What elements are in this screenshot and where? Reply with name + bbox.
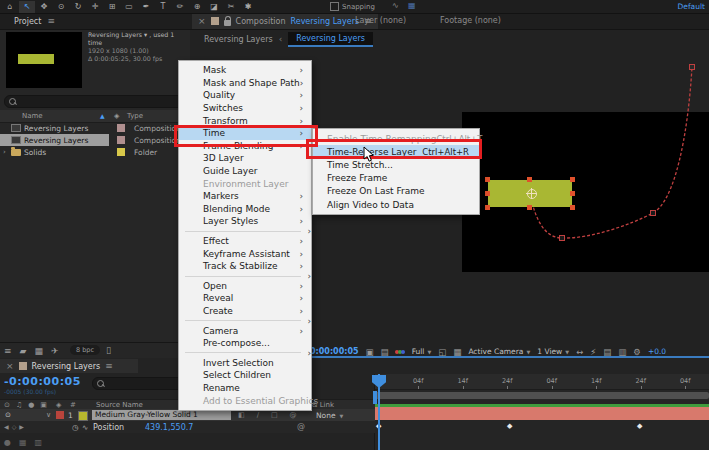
- selection-handle[interactable]: [570, 205, 575, 210]
- submenu-item[interactable]: Freeze Frame: [313, 172, 479, 185]
- home-tool-icon[interactable]: ⌂: [2, 1, 18, 13]
- menu-item[interactable]: Rename ›: [179, 382, 311, 395]
- selection-handle[interactable]: [527, 177, 532, 182]
- menu-item[interactable]: Track & Stabilize ›: [179, 260, 311, 273]
- menu-item[interactable]: Invert Selection ›: [179, 356, 311, 369]
- menu-item[interactable]: ›: [179, 228, 311, 235]
- menu-item[interactable]: Camera ›: [179, 324, 311, 337]
- submenu-item[interactable]: Enable Time Remapping Ctrl+Alt+T: [313, 132, 479, 145]
- expand-layer-switches-icon[interactable]: ●: [4, 438, 11, 447]
- layer-pickwhip-icon[interactable]: @: [290, 411, 297, 419]
- next-keyframe-icon[interactable]: ▶: [19, 423, 24, 430]
- view-layout-dropdown[interactable]: 1 View ▼: [537, 347, 569, 356]
- path-keyframe[interactable]: [651, 211, 656, 216]
- tab-composition[interactable]: × Composition Reversing Layers ≡: [192, 13, 378, 29]
- tab-project[interactable]: Project ≡: [14, 16, 55, 26]
- menu-item[interactable]: Add to Essential Graphics ›: [179, 394, 311, 407]
- snapping-checkbox[interactable]: [330, 2, 339, 11]
- hand-tool-icon[interactable]: ✥: [36, 1, 52, 13]
- label-color-swatch[interactable]: [117, 148, 125, 156]
- selection-handle[interactable]: [485, 205, 490, 210]
- show-snapshot-icon[interactable]: ▤: [381, 347, 389, 357]
- quality-switch-icon[interactable]: ◧: [238, 411, 245, 419]
- property-row[interactable]: ◀ ◇ ▶ ◷ ∿ Position 439.1,550.7 @: [0, 421, 375, 433]
- menu-item[interactable]: Mask ›: [179, 64, 311, 77]
- menu-item[interactable]: ›: [179, 317, 311, 324]
- label-color-swatch[interactable]: [117, 124, 125, 132]
- menu-item[interactable]: Keyframe Assistant ›: [179, 247, 311, 260]
- selection-handle[interactable]: [570, 177, 575, 182]
- submenu-item[interactable]: Freeze On Last Frame: [313, 185, 479, 198]
- solid-layer[interactable]: [488, 180, 572, 207]
- menu-item[interactable]: Quality ›: [179, 89, 311, 102]
- render-queue-icon[interactable]: ✈: [51, 346, 59, 356]
- close-icon[interactable]: ×: [198, 16, 206, 26]
- work-area-bar[interactable]: [375, 392, 709, 399]
- submenu-item[interactable]: Align Video to Data: [313, 198, 479, 211]
- layer-duration-bar[interactable]: [375, 404, 709, 420]
- add-keyframe-icon[interactable]: ◇: [12, 423, 17, 430]
- menu-item[interactable]: Switches ›: [179, 102, 311, 115]
- keyframe-diamond[interactable]: ◆: [507, 422, 512, 430]
- project-row[interactable]: › Reversing Layers Composition: [0, 134, 190, 146]
- sort-ascending-icon[interactable]: ▲: [100, 112, 105, 119]
- submenu-item[interactable]: Time-Reverse Layer Ctrl+Alt+R: [313, 145, 479, 158]
- menu-item[interactable]: Guide Layer ›: [179, 165, 311, 178]
- path-keyframe[interactable]: [690, 65, 695, 70]
- project-row[interactable]: › Solids Folder: [0, 146, 190, 158]
- breadcrumb-current[interactable]: Reversing Layers: [288, 32, 373, 47]
- lock-icon[interactable]: [224, 20, 231, 26]
- selection-handle[interactable]: [485, 191, 490, 196]
- menu-item[interactable]: Transform ›: [179, 114, 311, 127]
- clone-stamp-tool-icon[interactable]: ⊕: [189, 1, 205, 13]
- expander-icon[interactable]: ›: [3, 148, 8, 156]
- menu-item[interactable]: ›: [179, 349, 311, 356]
- breadcrumb-parent[interactable]: Reversing Layers: [204, 35, 273, 44]
- exposure-value[interactable]: +0.0: [648, 347, 666, 356]
- prev-keyframe-icon[interactable]: ◀: [4, 423, 9, 430]
- timeline-tab[interactable]: × Reversing Layers ≡: [0, 359, 138, 373]
- brush-tool-icon[interactable]: ✏: [172, 1, 188, 13]
- submenu-item[interactable]: Time Stretch...: [313, 158, 479, 171]
- tab-layer[interactable]: Layer (none): [355, 16, 406, 25]
- new-folder-icon[interactable]: ▰: [20, 346, 27, 356]
- type-tool-icon[interactable]: T: [155, 1, 171, 13]
- bit-depth-button[interactable]: 8 bpc: [70, 345, 100, 355]
- shy-icon[interactable]: ∿: [392, 1, 399, 10]
- menu-item[interactable]: Select Children ›: [179, 369, 311, 382]
- timeline-panel-icon[interactable]: ▤: [603, 347, 611, 357]
- puppet-pin-tool-icon[interactable]: ✱: [240, 1, 256, 13]
- snapping-toggle[interactable]: Snapping: [330, 0, 375, 13]
- pan-behind-tool-icon[interactable]: ⊞: [104, 1, 120, 13]
- layer-in-point-handle[interactable]: [373, 391, 377, 404]
- graph-editor-icon[interactable]: ∿: [82, 423, 88, 432]
- label-color-swatch[interactable]: [117, 136, 125, 144]
- keyframe-diamond[interactable]: ◆: [637, 422, 642, 430]
- time-ruler[interactable]: 04f14f24f04f14f24f04f: [375, 374, 709, 390]
- layer-label-swatch[interactable]: [56, 411, 64, 419]
- channels-icon[interactable]: [396, 350, 405, 354]
- expand-transfer-modes-icon[interactable]: ▦: [19, 438, 27, 447]
- menu-item[interactable]: Time ›: [179, 127, 311, 140]
- menu-item[interactable]: Effect ›: [179, 235, 311, 248]
- solid-color-swatch[interactable]: [78, 411, 88, 421]
- comp-flowchart-icon[interactable]: ▥: [618, 347, 626, 357]
- trash-icon[interactable]: ▯: [106, 345, 111, 355]
- menu-item[interactable]: Mask and Shape Path ›: [179, 77, 311, 90]
- menu-item[interactable]: Frame Blending ›: [179, 140, 311, 153]
- close-icon[interactable]: ×: [6, 361, 14, 371]
- shape-tool-icon[interactable]: ▭: [121, 1, 137, 13]
- selection-tool-icon[interactable]: ↖: [19, 1, 35, 13]
- exposure-gear-icon[interactable]: ⚙: [633, 347, 641, 357]
- parent-dropdown[interactable]: None ▼: [316, 411, 343, 420]
- selection-handle[interactable]: [570, 191, 575, 196]
- grid-options-icon[interactable]: ▦: [408, 1, 416, 10]
- project-row[interactable]: › Reversing Layers Composition: [0, 122, 190, 134]
- menu-item[interactable]: Environment Layer ›: [179, 177, 311, 190]
- panel-menu-icon[interactable]: ≡: [47, 16, 55, 26]
- magnification-dropdown[interactable]: Full ▼: [412, 347, 432, 356]
- menu-item[interactable]: Blending Mode ›: [179, 203, 311, 216]
- snapshot-camera-icon[interactable]: ▣: [366, 347, 374, 357]
- expand-inout-icon[interactable]: ▥: [35, 438, 43, 447]
- selection-handle[interactable]: [485, 177, 490, 182]
